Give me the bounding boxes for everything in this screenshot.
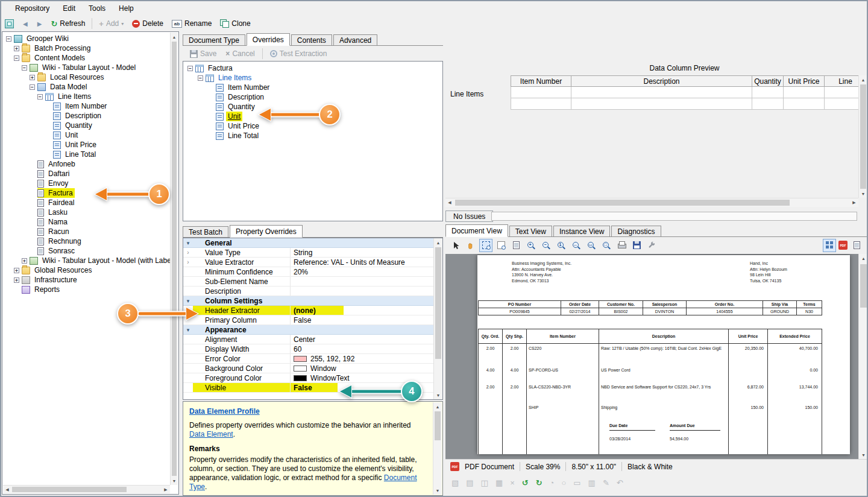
prop-value[interactable]: Center <box>291 335 433 344</box>
left-panel-hscrollbar[interactable]: ◀ ▶ <box>3 485 170 493</box>
preview-cell[interactable] <box>825 98 859 110</box>
expand-icon[interactable]: + <box>30 75 35 80</box>
thumbnails-toggle-icon[interactable] <box>823 239 836 252</box>
marquee-zoom-tool-icon[interactable] <box>479 239 492 252</box>
clone-button[interactable]: Clone <box>216 18 254 29</box>
ov-tree-line-total[interactable]: Line Total <box>185 131 442 141</box>
prop-value-type[interactable]: ›Value TypeString <box>183 248 433 258</box>
ov-tree-factura[interactable]: −Factura <box>185 63 442 73</box>
collapse-icon[interactable]: − <box>22 65 27 71</box>
tree-item-anfoneb[interactable]: Anfoneb <box>4 159 170 169</box>
row-expand-icon[interactable]: › <box>183 248 193 257</box>
zoom-fit-page-icon[interactable]: □ <box>600 239 613 252</box>
test-extraction-button[interactable]: Test Extraction <box>266 48 331 59</box>
page-preview-icon[interactable] <box>509 239 523 252</box>
crop-tool-icon[interactable]: ▭ <box>573 478 580 487</box>
tree-item-grooper-wiki[interactable]: −Grooper Wiki <box>4 34 170 43</box>
refresh-button[interactable]: ↻ Refresh <box>47 18 89 29</box>
delete-region-icon[interactable]: × <box>510 478 515 487</box>
col-header-unit-price[interactable]: Unit Price <box>784 76 825 87</box>
prop-value[interactable] <box>291 277 433 286</box>
row-expand-icon[interactable]: › <box>183 258 193 267</box>
tree-item-nama[interactable]: Nama <box>4 217 170 227</box>
preview-hscrollbar[interactable]: ◀ ▶ <box>445 198 858 207</box>
rotate-right-icon[interactable]: ↻ <box>536 478 542 487</box>
scrollbar-thumb[interactable] <box>172 42 177 476</box>
collapse-icon[interactable]: − <box>6 36 11 42</box>
document-vscrollbar[interactable]: ▲ ▼ <box>858 254 868 459</box>
tab-property-overrides[interactable]: Property Overrides <box>230 225 303 238</box>
tree-item-content-models[interactable]: −Content Models <box>4 53 170 63</box>
expand-icon[interactable]: + <box>14 268 19 273</box>
undo-icon[interactable]: ↶ <box>617 478 623 487</box>
adjust-tool-icon[interactable]: ▤ <box>466 478 473 487</box>
scroll-down-icon[interactable]: ▼ <box>171 476 178 485</box>
scroll-down-icon[interactable]: ▼ <box>433 486 442 495</box>
document-page[interactable]: Business Imaging Systems, Inc. Attn: Acc… <box>477 255 850 454</box>
scroll-up-icon[interactable]: ▲ <box>434 238 442 247</box>
menu-tools[interactable]: Tools <box>82 1 112 16</box>
preview-cell[interactable] <box>511 87 571 98</box>
preview-cell[interactable] <box>571 87 752 98</box>
forward-icon[interactable]: ▶ <box>33 19 46 28</box>
tab-document-view[interactable]: Document View <box>445 224 508 237</box>
collapse-icon[interactable]: − <box>30 84 35 90</box>
prop-display-width[interactable]: Display Width60 <box>183 344 433 354</box>
scroll-left-icon[interactable]: ◀ <box>3 486 11 493</box>
tree-item-sonrasc[interactable]: Sonrasc <box>4 246 170 256</box>
tree-item-infrastructure[interactable]: +Infrastructure <box>4 275 170 285</box>
select-tool-icon[interactable] <box>449 239 462 252</box>
layers-tool-icon[interactable]: ▥ <box>588 478 596 487</box>
prop-value[interactable]: False <box>291 315 433 324</box>
text-page-icon[interactable] <box>850 239 863 252</box>
preview-cell[interactable] <box>571 98 752 110</box>
scroll-up-icon[interactable]: ▲ <box>433 402 442 411</box>
prop-value[interactable]: 20% <box>291 267 433 276</box>
tree-item-global-resources[interactable]: +Global Resources <box>4 265 170 275</box>
ov-tree-line-items[interactable]: −Line Items <box>185 73 442 83</box>
tree-item-lasku[interactable]: Lasku <box>4 207 170 217</box>
col-header-quantity[interactable]: Quantity <box>752 76 784 87</box>
prop-value[interactable]: Reference: VAL - Units of Measure <box>291 258 433 267</box>
tab-document-type[interactable]: Document Type <box>183 34 245 45</box>
settings-wrench-icon[interactable] <box>645 239 658 252</box>
tree-item-daftari[interactable]: Daftari <box>4 169 170 179</box>
pan-tool-icon[interactable] <box>464 239 477 252</box>
preview-cell[interactable] <box>511 98 571 110</box>
prop-value-extractor[interactable]: ›Value ExtractorReference: VAL - Units o… <box>183 258 433 267</box>
tree-item-racun[interactable]: Racun <box>4 227 170 236</box>
region-tool-icon[interactable]: ▧ <box>451 478 459 487</box>
preview-cell[interactable] <box>825 87 859 98</box>
scroll-down-icon[interactable]: ▼ <box>859 189 867 198</box>
category-appearance[interactable]: ▾Appearance <box>183 325 433 335</box>
data-element-link[interactable]: Data Element <box>189 430 233 438</box>
menu-help[interactable]: Help <box>112 1 140 16</box>
tab-contents[interactable]: Contents <box>291 34 332 45</box>
save-button[interactable]: Save <box>186 48 220 59</box>
category-collapse-icon[interactable]: ▾ <box>183 238 193 247</box>
export-save-icon[interactable] <box>630 239 643 252</box>
propgrid-vscrollbar[interactable]: ▲ ▼ <box>433 238 442 399</box>
tree-item-line-items[interactable]: −Line Items <box>4 92 170 101</box>
scrollbar-thumb[interactable] <box>435 247 441 359</box>
scroll-down-icon[interactable]: ▼ <box>859 451 868 459</box>
scroll-right-icon[interactable]: ▶ <box>162 486 170 493</box>
scroll-right-icon[interactable]: ▶ <box>850 198 858 207</box>
rotate-left-icon[interactable]: ↺ <box>522 478 529 487</box>
prop-value[interactable]: Window <box>291 364 433 373</box>
tree-item-rechnung[interactable]: Rechnung <box>4 236 170 246</box>
help-vscrollbar[interactable]: ▲ ▼ <box>433 402 442 495</box>
expand-icon[interactable]: + <box>14 277 19 283</box>
collapse-icon[interactable]: − <box>14 55 19 61</box>
prop-value[interactable]: (none) <box>291 306 433 315</box>
tree-item-unit-price[interactable]: Unit Price <box>4 140 170 150</box>
prop-error-color[interactable]: Error Color255, 192, 192 <box>183 354 433 364</box>
pdf-file-icon[interactable]: PDF <box>838 241 848 250</box>
merge-tool-icon[interactable]: ▦ <box>495 478 503 487</box>
menu-repository[interactable]: Repository <box>8 1 56 16</box>
prop-minimum-confidence[interactable]: Minimum Confidence20% <box>183 267 433 277</box>
scroll-up-icon[interactable]: ▲ <box>859 75 867 84</box>
cancel-button[interactable]: × Cancel <box>222 48 258 59</box>
tab-diagnostics[interactable]: Diagnostics <box>611 226 661 236</box>
prop-value[interactable]: String <box>291 248 433 257</box>
